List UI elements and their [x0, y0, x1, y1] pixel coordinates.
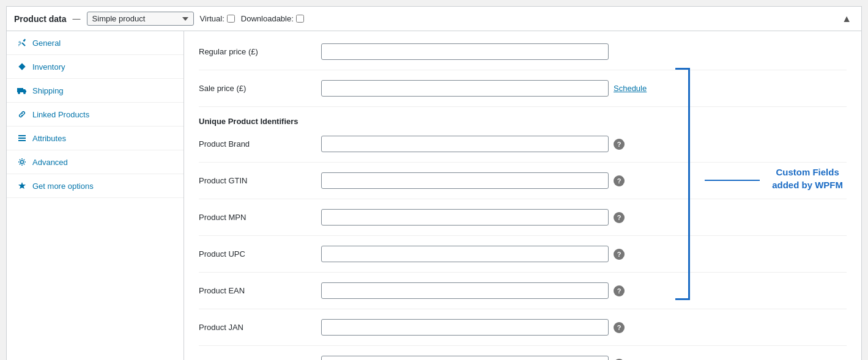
product-type-select[interactable]: Simple productVariable productGrouped pr…	[87, 12, 194, 26]
sidebar-label-attributes: Attributes	[32, 134, 66, 143]
product-brand-field: ?	[321, 136, 847, 152]
product-upc-help-icon[interactable]: ?	[614, 249, 625, 260]
star-icon	[17, 180, 28, 191]
sidebar-item-get-more-options[interactable]: Get more options	[7, 174, 184, 198]
sale-price-label: Sale price (£)	[199, 84, 321, 93]
svg-point-4	[23, 92, 26, 94]
product-brand-row: Product Brand?	[199, 136, 847, 163]
panel-header: Product data — Simple productVariable pr…	[7, 7, 861, 31]
sidebar-label-get-more-options: Get more options	[32, 182, 94, 191]
regular-price-field	[321, 43, 847, 60]
regular-price-label: Regular price (£)	[199, 47, 321, 56]
sidebar-item-advanced[interactable]: Advanced	[7, 150, 184, 174]
sidebar-label-inventory: Inventory	[32, 62, 65, 72]
product-brand-label: Product Brand	[199, 139, 321, 149]
panel-title: Product data	[14, 14, 67, 24]
product-ean-help-icon[interactable]: ?	[614, 285, 625, 296]
product-jan-row: Product JAN?	[199, 319, 847, 346]
identifier-fields: Product Brand?Product GTIN?Product MPN?P…	[199, 136, 847, 360]
list-icon	[17, 133, 28, 144]
product-gtin-help-icon[interactable]: ?	[614, 175, 625, 186]
product-ean-label: Product EAN	[199, 286, 321, 295]
product-mpn-field: ?	[321, 209, 847, 226]
svg-rect-2	[17, 88, 23, 92]
product-upc-input[interactable]	[321, 246, 609, 262]
product-mpn-row: Product MPN?	[199, 209, 847, 236]
product-gtin-input[interactable]	[321, 172, 609, 189]
sidebar-label-shipping: Shipping	[32, 86, 64, 95]
svg-rect-6	[18, 138, 26, 139]
svg-rect-1	[18, 63, 25, 70]
product-mpn-help-icon[interactable]: ?	[614, 212, 625, 223]
product-mpn-label: Product MPN	[199, 213, 321, 222]
product-ean-row: Product EAN?	[199, 282, 847, 309]
diamond-icon	[17, 61, 28, 72]
sidebar-label-linked-products: Linked Products	[32, 110, 89, 119]
gear-icon	[17, 156, 28, 167]
product-data-panel: Product data — Simple productVariable pr…	[6, 6, 862, 360]
header-separator: —	[73, 14, 81, 23]
product-brand-input[interactable]	[321, 136, 609, 152]
product-jan-input[interactable]	[321, 319, 609, 336]
sidebar-item-general[interactable]: General	[7, 31, 184, 55]
product-upc-row: Product UPC?	[199, 246, 847, 273]
virtual-checkbox[interactable]	[227, 15, 235, 23]
downloadable-label: Downloadable:	[241, 14, 304, 23]
main-content: Regular price (£) Sale price (£) Schedul…	[184, 31, 861, 360]
svg-line-0	[22, 43, 25, 46]
sale-price-field: Schedule	[321, 80, 847, 97]
svg-rect-7	[18, 140, 26, 141]
product-isbn-field: ?	[321, 356, 847, 360]
downloadable-checkbox[interactable]	[296, 15, 304, 23]
schedule-link[interactable]: Schedule	[614, 84, 647, 93]
sale-price-input[interactable]	[321, 80, 609, 97]
sale-price-row: Sale price (£) Schedule	[199, 80, 847, 107]
svg-point-3	[18, 92, 20, 94]
section-title: Unique Product Identifiers	[199, 117, 847, 126]
sidebar-item-shipping[interactable]: Shipping	[7, 79, 184, 103]
product-isbn-row: Product ISBN?	[199, 356, 847, 360]
collapse-button[interactable]: ▲	[839, 13, 854, 24]
link-icon	[17, 109, 28, 120]
regular-price-input[interactable]	[321, 43, 609, 60]
custom-fields-bracket	[675, 68, 690, 300]
regular-price-row: Regular price (£)	[199, 43, 847, 70]
svg-rect-5	[18, 135, 26, 136]
sidebar-item-attributes[interactable]: Attributes	[7, 127, 184, 150]
product-gtin-field: ?	[321, 172, 847, 189]
product-brand-help-icon[interactable]: ?	[614, 139, 625, 150]
svg-point-8	[21, 161, 24, 164]
product-upc-field: ?	[321, 246, 847, 262]
sidebar: General Inventory	[7, 31, 184, 360]
sidebar-item-inventory[interactable]: Inventory	[7, 55, 184, 79]
product-mpn-input[interactable]	[321, 209, 609, 226]
wrench-icon	[17, 37, 28, 48]
product-gtin-row: Product GTIN?	[199, 172, 847, 199]
product-gtin-label: Product GTIN	[199, 176, 321, 185]
product-upc-label: Product UPC	[199, 249, 321, 259]
product-isbn-input[interactable]	[321, 356, 609, 360]
sidebar-label-general: General	[32, 39, 61, 48]
virtual-label: Virtual:	[200, 14, 235, 23]
product-jan-label: Product JAN	[199, 323, 321, 332]
product-jan-field: ?	[321, 319, 847, 336]
panel-body: General Inventory	[7, 31, 861, 360]
custom-fields-annotation: Custom Fieldsadded by WPFM	[772, 166, 843, 191]
product-ean-input[interactable]	[321, 282, 609, 299]
product-ean-field: ?	[321, 282, 847, 299]
product-jan-help-icon[interactable]: ?	[614, 322, 625, 333]
sidebar-item-linked-products[interactable]: Linked Products	[7, 103, 184, 127]
truck-icon	[17, 85, 28, 96]
connector-line	[705, 180, 760, 181]
sidebar-label-advanced: Advanced	[32, 158, 68, 167]
